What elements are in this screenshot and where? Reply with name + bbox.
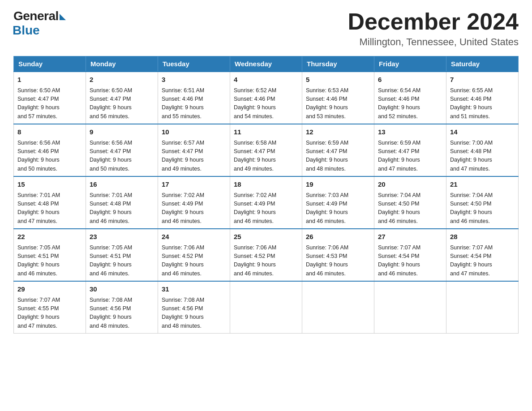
calendar-day-cell: 10 Sunrise: 6:57 AM Sunset: 4:47 PM Dayl…	[158, 124, 230, 176]
calendar-day-cell: 6 Sunrise: 6:54 AM Sunset: 4:46 PM Dayli…	[374, 72, 446, 124]
calendar-day-cell: 30 Sunrise: 7:08 AM Sunset: 4:56 PM Dayl…	[86, 281, 158, 334]
calendar-day-header: Saturday	[446, 56, 519, 72]
day-number: 25	[234, 232, 298, 242]
calendar-day-cell: 18 Sunrise: 7:02 AM Sunset: 4:49 PM Dayl…	[230, 176, 302, 229]
calendar-day-cell: 19 Sunrise: 7:03 AM Sunset: 4:49 PM Dayl…	[302, 176, 374, 229]
day-info: Sunrise: 7:03 AM Sunset: 4:49 PM Dayligh…	[306, 191, 370, 226]
day-info: Sunrise: 6:50 AM Sunset: 4:47 PM Dayligh…	[90, 86, 154, 121]
day-info: Sunrise: 6:58 AM Sunset: 4:47 PM Dayligh…	[234, 139, 298, 174]
day-info: Sunrise: 7:06 AM Sunset: 4:52 PM Dayligh…	[234, 244, 298, 278]
day-info: Sunrise: 7:05 AM Sunset: 4:51 PM Dayligh…	[90, 244, 154, 278]
day-info: Sunrise: 6:50 AM Sunset: 4:47 PM Dayligh…	[17, 86, 82, 121]
day-info: Sunrise: 6:59 AM Sunset: 4:47 PM Dayligh…	[306, 139, 370, 174]
day-number: 21	[450, 180, 515, 190]
day-info: Sunrise: 7:06 AM Sunset: 4:53 PM Dayligh…	[306, 244, 370, 278]
logo: General Blue	[13, 9, 66, 38]
day-info: Sunrise: 6:53 AM Sunset: 4:46 PM Dayligh…	[306, 86, 370, 121]
calendar-day-cell: 11 Sunrise: 6:58 AM Sunset: 4:47 PM Dayl…	[230, 124, 302, 176]
logo-arrow-icon	[60, 14, 66, 20]
calendar-day-cell: 16 Sunrise: 7:01 AM Sunset: 4:48 PM Dayl…	[86, 176, 158, 229]
day-number: 3	[162, 75, 226, 85]
day-number: 12	[306, 127, 370, 137]
calendar-week-row: 15 Sunrise: 7:01 AM Sunset: 4:48 PM Dayl…	[14, 176, 519, 229]
day-info: Sunrise: 7:04 AM Sunset: 4:50 PM Dayligh…	[450, 191, 515, 226]
calendar-day-cell: 26 Sunrise: 7:06 AM Sunset: 4:53 PM Dayl…	[302, 229, 374, 281]
day-number: 11	[234, 127, 298, 137]
day-number: 17	[162, 180, 226, 190]
calendar-week-row: 8 Sunrise: 6:56 AM Sunset: 4:46 PM Dayli…	[14, 124, 519, 176]
calendar-day-cell: 12 Sunrise: 6:59 AM Sunset: 4:47 PM Dayl…	[302, 124, 374, 176]
day-info: Sunrise: 6:54 AM Sunset: 4:46 PM Dayligh…	[378, 86, 442, 121]
calendar-day-cell: 7 Sunrise: 6:55 AM Sunset: 4:46 PM Dayli…	[446, 72, 519, 124]
day-info: Sunrise: 7:04 AM Sunset: 4:50 PM Dayligh…	[378, 191, 442, 226]
calendar-day-header: Friday	[374, 56, 446, 72]
day-number: 10	[162, 127, 226, 137]
calendar-day-cell: 5 Sunrise: 6:53 AM Sunset: 4:46 PM Dayli…	[302, 72, 374, 124]
day-number: 29	[17, 284, 82, 295]
day-number: 9	[90, 127, 154, 137]
day-number: 15	[17, 180, 82, 190]
day-info: Sunrise: 7:01 AM Sunset: 4:48 PM Dayligh…	[90, 191, 154, 226]
calendar-day-header: Sunday	[14, 56, 86, 72]
calendar-day-cell: 27 Sunrise: 7:07 AM Sunset: 4:54 PM Dayl…	[374, 229, 446, 281]
day-number: 30	[90, 284, 154, 295]
logo-blue-text: Blue	[13, 23, 40, 38]
day-number: 7	[450, 75, 515, 85]
day-number: 8	[17, 127, 82, 137]
day-info: Sunrise: 7:02 AM Sunset: 4:49 PM Dayligh…	[234, 191, 298, 226]
calendar-day-cell: 17 Sunrise: 7:02 AM Sunset: 4:49 PM Dayl…	[158, 176, 230, 229]
calendar-day-cell: 20 Sunrise: 7:04 AM Sunset: 4:50 PM Dayl…	[374, 176, 446, 229]
day-number: 31	[162, 284, 226, 295]
day-info: Sunrise: 7:05 AM Sunset: 4:51 PM Dayligh…	[17, 244, 82, 278]
calendar-day-cell: 15 Sunrise: 7:01 AM Sunset: 4:48 PM Dayl…	[14, 176, 86, 229]
page-header: General Blue December 2024 Millington, T…	[13, 9, 519, 48]
logo-general-text: General	[13, 9, 59, 23]
calendar-day-header: Tuesday	[158, 56, 230, 72]
title-section: December 2024 Millington, Tennessee, Uni…	[348, 9, 519, 48]
day-info: Sunrise: 6:56 AM Sunset: 4:46 PM Dayligh…	[17, 139, 82, 174]
day-info: Sunrise: 7:08 AM Sunset: 4:56 PM Dayligh…	[90, 296, 154, 331]
day-number: 22	[17, 232, 82, 242]
day-info: Sunrise: 6:52 AM Sunset: 4:46 PM Dayligh…	[234, 86, 298, 121]
calendar-day-cell: 28 Sunrise: 7:07 AM Sunset: 4:54 PM Dayl…	[446, 229, 519, 281]
day-number: 24	[162, 232, 226, 242]
day-number: 18	[234, 180, 298, 190]
day-number: 2	[90, 75, 154, 85]
day-info: Sunrise: 7:07 AM Sunset: 4:55 PM Dayligh…	[17, 296, 82, 331]
calendar-table: SundayMondayTuesdayWednesdayThursdayFrid…	[13, 56, 519, 334]
day-number: 5	[306, 75, 370, 85]
day-number: 4	[234, 75, 298, 85]
day-number: 6	[378, 75, 442, 85]
calendar-day-cell: 29 Sunrise: 7:07 AM Sunset: 4:55 PM Dayl…	[14, 281, 86, 334]
calendar-day-cell: 13 Sunrise: 6:59 AM Sunset: 4:47 PM Dayl…	[374, 124, 446, 176]
day-info: Sunrise: 7:07 AM Sunset: 4:54 PM Dayligh…	[450, 244, 515, 278]
day-number: 28	[450, 232, 515, 242]
calendar-day-cell: 4 Sunrise: 6:52 AM Sunset: 4:46 PM Dayli…	[230, 72, 302, 124]
calendar-empty-cell	[230, 281, 302, 334]
day-number: 14	[450, 127, 515, 137]
day-info: Sunrise: 6:59 AM Sunset: 4:47 PM Dayligh…	[378, 139, 442, 174]
calendar-day-cell: 9 Sunrise: 6:56 AM Sunset: 4:47 PM Dayli…	[86, 124, 158, 176]
day-info: Sunrise: 7:07 AM Sunset: 4:54 PM Dayligh…	[378, 244, 442, 278]
day-number: 26	[306, 232, 370, 242]
day-info: Sunrise: 7:02 AM Sunset: 4:49 PM Dayligh…	[162, 191, 226, 226]
day-info: Sunrise: 7:06 AM Sunset: 4:52 PM Dayligh…	[162, 244, 226, 278]
day-number: 13	[378, 127, 442, 137]
day-info: Sunrise: 7:01 AM Sunset: 4:48 PM Dayligh…	[17, 191, 82, 226]
calendar-day-cell: 24 Sunrise: 7:06 AM Sunset: 4:52 PM Dayl…	[158, 229, 230, 281]
calendar-day-header: Monday	[86, 56, 158, 72]
day-info: Sunrise: 6:57 AM Sunset: 4:47 PM Dayligh…	[162, 139, 226, 174]
calendar-day-cell: 21 Sunrise: 7:04 AM Sunset: 4:50 PM Dayl…	[446, 176, 519, 229]
calendar-day-cell: 14 Sunrise: 7:00 AM Sunset: 4:48 PM Dayl…	[446, 124, 519, 176]
day-number: 27	[378, 232, 442, 242]
day-info: Sunrise: 6:55 AM Sunset: 4:46 PM Dayligh…	[450, 86, 515, 121]
day-number: 1	[17, 75, 82, 85]
calendar-empty-cell	[374, 281, 446, 334]
calendar-day-cell: 8 Sunrise: 6:56 AM Sunset: 4:46 PM Dayli…	[14, 124, 86, 176]
day-info: Sunrise: 6:56 AM Sunset: 4:47 PM Dayligh…	[90, 139, 154, 174]
calendar-day-cell: 23 Sunrise: 7:05 AM Sunset: 4:51 PM Dayl…	[86, 229, 158, 281]
day-number: 23	[90, 232, 154, 242]
calendar-day-cell: 31 Sunrise: 7:08 AM Sunset: 4:56 PM Dayl…	[158, 281, 230, 334]
calendar-empty-cell	[302, 281, 374, 334]
calendar-day-cell: 2 Sunrise: 6:50 AM Sunset: 4:47 PM Dayli…	[86, 72, 158, 124]
